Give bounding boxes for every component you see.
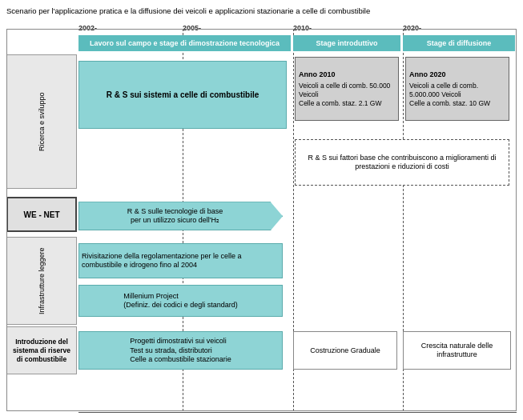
diagram: 2002- 2005- 2010- 2020- Lavoro sul campo… <box>6 21 517 413</box>
anno2020-box: Anno 2020 Veicoli a celle di comb. 5.000… <box>405 57 509 121</box>
label-riserve: Introduzione del sistema di riserve di c… <box>6 326 77 374</box>
label-ricerca: Ricerca e sviluppo <box>6 54 77 189</box>
infra-box1: Rivisitazione della regolamentazione per… <box>78 243 283 278</box>
infra-box2: Millenium Project (Definiz. dei codici e… <box>78 285 283 317</box>
riserve-box2: Costruzione Graduale <box>293 331 397 370</box>
page-title: Scenario per l'applicazione pratica e la… <box>6 6 517 16</box>
phase-lavoro: Lavoro sul campo e stage di dimostrazion… <box>78 35 291 51</box>
year-2005: 2005- <box>183 24 201 32</box>
anno2010-box: Anno 2010 Veicoli a celle di comb. 50.00… <box>295 57 399 121</box>
rds-fattori-box: R & S sui fattori base che contribuiscon… <box>295 139 509 186</box>
riserve-box3: Crescita naturale delle infrastrutture <box>403 331 511 370</box>
riserve-box1: Progetti dimostrativi sui veicoli Test s… <box>78 331 283 370</box>
year-2002: 2002- <box>78 24 97 32</box>
year-row: 2002- 2005- 2010- 2020- <box>78 21 517 35</box>
year-2020: 2020- <box>403 24 421 32</box>
rds-sistemi-box: R & S sui sistemi a celle di combustibil… <box>78 61 287 129</box>
bottom-line <box>78 412 517 414</box>
label-infrastrutture: Infrastrutture leggere <box>6 237 77 325</box>
phase-introduttivo: Stage introduttivo <box>293 35 400 51</box>
year-2010: 2010- <box>293 24 312 32</box>
phase-diffusione: Stage di diffusione <box>403 35 515 51</box>
label-wenet: WE - NET <box>6 197 77 232</box>
timeline-area: 2002- 2005- 2010- 2020- Lavoro sul campo… <box>78 21 517 413</box>
wenet-arrow: R & S sulle tecnologie di base per un ut… <box>78 202 283 230</box>
